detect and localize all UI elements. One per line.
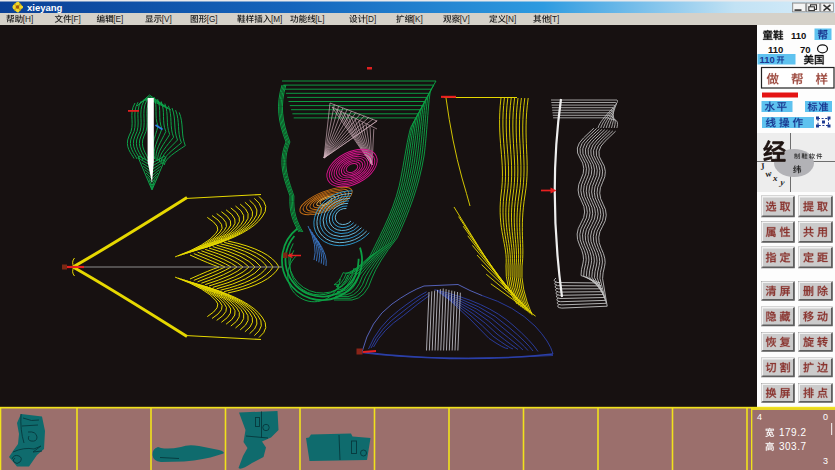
svg-text:0: 0 <box>823 412 828 422</box>
svg-text:[N]: [N] <box>506 15 516 24</box>
svg-text:[V]: [V] <box>460 15 470 24</box>
svg-text:[F]: [F] <box>71 15 81 24</box>
svg-text:3: 3 <box>823 456 828 466</box>
svg-text:[H]: [H] <box>23 15 33 24</box>
svg-text:xieyang: xieyang <box>27 2 63 13</box>
svg-text:[E]: [E] <box>113 15 123 24</box>
svg-text:x: x <box>772 173 778 183</box>
svg-text:[G]: [G] <box>207 15 218 24</box>
svg-text:4: 4 <box>757 412 762 422</box>
svg-text:303.7: 303.7 <box>779 441 807 452</box>
svg-text:110: 110 <box>791 30 806 41</box>
svg-text:110: 110 <box>760 54 775 65</box>
svg-text:[M]: [M] <box>271 15 282 24</box>
svg-text:[D]: [D] <box>366 15 376 24</box>
svg-text:[K]: [K] <box>413 15 423 24</box>
svg-text:179.2: 179.2 <box>779 427 807 438</box>
svg-text:[V]: [V] <box>162 15 172 24</box>
svg-text:[T]: [T] <box>550 15 560 24</box>
svg-text:70: 70 <box>800 44 811 55</box>
svg-text:[L]: [L] <box>315 15 324 24</box>
